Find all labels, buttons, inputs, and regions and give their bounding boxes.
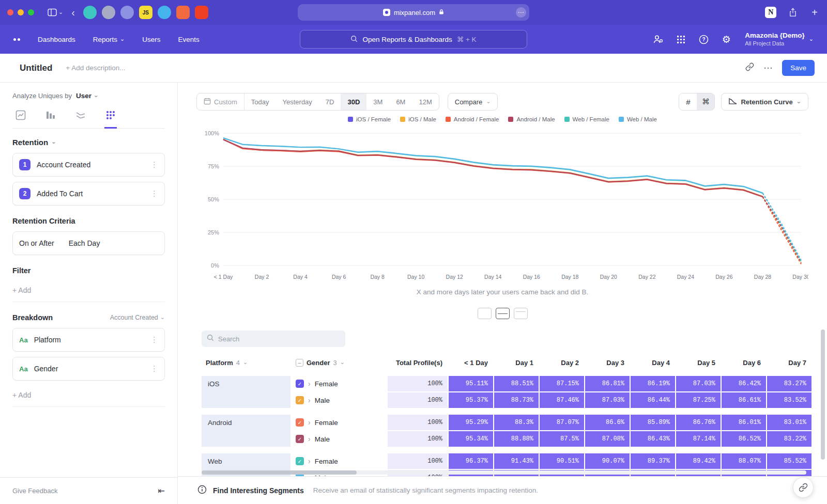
column-header-day-7[interactable]: Day 7 <box>767 359 811 367</box>
column-header-day-4[interactable]: Day 4 <box>631 359 675 367</box>
platform-column-header[interactable]: Platform 4 ⌄ <box>202 359 290 367</box>
expand-chevron-icon[interactable]: › <box>308 397 311 404</box>
legend-item-android-female[interactable]: Android / Female <box>446 116 499 122</box>
data-governance-icon[interactable] <box>652 33 664 45</box>
table-search[interactable] <box>202 330 345 347</box>
add-description-button[interactable]: + Add description... <box>66 64 125 72</box>
share-link-fab[interactable] <box>793 477 814 498</box>
checkbox-android-female[interactable]: ✓ <box>296 418 304 427</box>
chart-type-dropdown[interactable]: Retention Curve⌄ <box>721 93 808 111</box>
kebab-menu-icon[interactable]: ⋮ <box>150 364 158 373</box>
expand-chevron-icon[interactable]: › <box>308 419 311 426</box>
insights-tab-icon[interactable] <box>14 107 27 129</box>
apps-grid-icon[interactable] <box>675 33 687 45</box>
range-12m[interactable]: 12M <box>412 93 438 110</box>
browser-sidebar-toggle-icon[interactable]: ⌄ <box>43 6 67 19</box>
help-icon[interactable]: ? <box>697 33 710 45</box>
share-icon[interactable] <box>785 6 801 19</box>
copy-link-icon[interactable] <box>745 62 754 73</box>
checkbox-ios-male[interactable]: ✓ <box>296 396 304 404</box>
checkbox-android-male[interactable]: ✓ <box>296 435 304 443</box>
retention-step-account-created[interactable]: 1Account Created⋮ <box>12 153 165 177</box>
breakdown-item-platform[interactable]: AaPlatform⋮ <box>12 328 165 352</box>
nav-item-users[interactable]: Users <box>142 36 160 43</box>
legend-item-web-male[interactable]: Web / Male <box>619 116 657 122</box>
select-all-checkbox[interactable]: – <box>296 359 303 367</box>
global-search-button[interactable]: Open Reports & Dashboards ⌘ + K <box>300 30 527 49</box>
retention-section-header[interactable]: Retention⌄ <box>12 138 165 147</box>
range-3m[interactable]: 3M <box>366 93 389 110</box>
analyze-entity-dropdown[interactable]: User⌄ <box>76 92 98 100</box>
command-button[interactable]: ⌘ <box>697 93 714 110</box>
expand-chevron-icon[interactable]: › <box>308 458 311 465</box>
table-only-view-button[interactable] <box>514 308 528 319</box>
nav-item-events[interactable]: Events <box>178 36 200 43</box>
project-switcher[interactable]: Amazonia {Demo} All Project Data ⌄ <box>745 32 814 48</box>
legend-item-ios-female[interactable]: iOS / Female <box>348 116 391 122</box>
close-window-button[interactable] <box>7 9 13 15</box>
legend-item-android-male[interactable]: Android / Male <box>508 116 555 122</box>
globe-app-icon[interactable] <box>158 6 171 19</box>
find-segments-title[interactable]: Find Interesting Segments <box>213 486 304 495</box>
criteria-secondary[interactable]: Each Day <box>69 239 100 247</box>
give-feedback-link[interactable]: Give Feedback <box>12 487 57 495</box>
disc-app-icon[interactable] <box>102 6 115 19</box>
cube-app-icon[interactable] <box>120 6 134 19</box>
vertical-scrollbar[interactable] <box>821 329 825 460</box>
table-search-input[interactable] <box>218 335 332 343</box>
mixpanel-logo-icon[interactable] <box>13 38 20 41</box>
collapse-sidebar-icon[interactable]: ⇤ <box>158 486 165 496</box>
criteria-primary[interactable]: On or After <box>19 239 54 247</box>
range-7d[interactable]: 7D <box>319 93 341 110</box>
chart-only-view-button[interactable] <box>478 308 492 319</box>
save-button[interactable]: Save <box>782 60 815 76</box>
kebab-menu-icon[interactable]: ⋮ <box>150 335 158 344</box>
retention-tab-icon[interactable] <box>104 107 117 129</box>
range-custom[interactable]: Custom <box>197 93 244 110</box>
kebab-menu-icon[interactable]: ⋮ <box>150 160 158 169</box>
column-header-day-2[interactable]: Day 2 <box>540 359 584 367</box>
minimize-window-button[interactable] <box>18 9 24 15</box>
notion-extension-icon[interactable]: N <box>765 7 776 18</box>
compare-dropdown[interactable]: Compare⌄ <box>448 93 498 111</box>
checkbox-web-female[interactable]: ✓ <box>296 457 304 465</box>
more-options-icon[interactable]: ⋯ <box>763 62 773 73</box>
js-app-icon[interactable]: JS <box>139 6 152 19</box>
report-title[interactable]: Untitled <box>20 63 52 73</box>
grid-app-icon[interactable] <box>176 6 190 19</box>
split-view-button[interactable] <box>496 308 510 319</box>
expand-chevron-icon[interactable]: › <box>308 435 311 443</box>
hash-button[interactable]: # <box>679 93 697 110</box>
range-yesterday[interactable]: Yesterday <box>276 93 319 110</box>
back-icon[interactable]: ‹ <box>67 5 79 20</box>
flows-tab-icon[interactable] <box>74 107 87 129</box>
retention-criteria-card[interactable]: On or After Each Day <box>12 231 165 255</box>
horizontal-scrollbar[interactable] <box>202 470 806 475</box>
legend-item-web-female[interactable]: Web / Female <box>564 116 609 122</box>
nav-item-reports[interactable]: Reports⌄ <box>93 36 125 43</box>
url-more-icon[interactable]: ⋯ <box>516 7 526 18</box>
funnels-tab-icon[interactable] <box>44 107 57 129</box>
url-bar[interactable]: mixpanel.com ⋯ <box>298 4 529 21</box>
column-header-day-3[interactable]: Day 3 <box>585 359 630 367</box>
filter-add-button[interactable]: + Add <box>12 281 165 302</box>
breakdown-add-button[interactable]: + Add <box>12 386 165 407</box>
zoom-window-button[interactable] <box>28 9 34 15</box>
column-header-day-5[interactable]: Day 5 <box>676 359 721 367</box>
retention-chart[interactable]: 0%25%50%75%100%< 1 DayDay 2Day 4Day 6Day… <box>196 126 808 286</box>
new-tab-icon[interactable]: + <box>809 7 820 19</box>
kebab-menu-icon[interactable]: ⋮ <box>150 189 158 198</box>
horizontal-scrollbar-thumb[interactable] <box>202 470 357 475</box>
expand-chevron-icon[interactable]: › <box>308 380 311 387</box>
clock-app-icon[interactable] <box>83 6 97 19</box>
settings-gear-icon[interactable]: ⚙ <box>720 33 732 45</box>
breakdown-item-gender[interactable]: AaGender⋮ <box>12 357 165 381</box>
range-6m[interactable]: 6M <box>389 93 412 110</box>
column-header-1-day[interactable]: < 1 Day <box>449 359 493 367</box>
nav-item-dashboards[interactable]: Dashboards <box>38 36 75 43</box>
range-today[interactable]: Today <box>244 93 276 110</box>
gender-column-header[interactable]: – Gender 3 ⌄ <box>292 359 387 367</box>
breakdown-scope-dropdown[interactable]: Account Created⌄ <box>110 314 165 321</box>
column-header-day-6[interactable]: Day 6 <box>722 359 766 367</box>
column-header-day-1[interactable]: Day 1 <box>494 359 539 367</box>
